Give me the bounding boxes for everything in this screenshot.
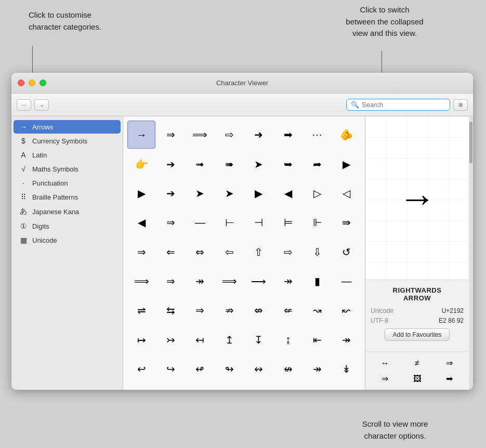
- char-cell[interactable]: ⊢: [215, 208, 243, 236]
- char-cell[interactable]: ➦: [303, 150, 331, 178]
- add-to-favourites-button[interactable]: Add to Favourites: [385, 328, 449, 341]
- char-cell[interactable]: ⟹: [215, 267, 243, 295]
- close-button[interactable]: [18, 80, 24, 86]
- detail-small-char[interactable]: 🖾: [402, 372, 432, 386]
- char-cell[interactable]: ↩: [127, 355, 155, 383]
- char-cell[interactable]: ⊣: [245, 208, 273, 236]
- char-cell[interactable]: ⇒: [127, 238, 155, 266]
- char-cell[interactable]: ⇒: [156, 267, 185, 295]
- detail-small-char[interactable]: ≠: [402, 356, 432, 370]
- char-cell[interactable]: ⇏: [215, 296, 243, 324]
- sidebar-item-braille[interactable]: ⠿Braille Patterns: [14, 190, 121, 204]
- char-cell[interactable]: ➤: [245, 150, 273, 178]
- char-cell[interactable]: ↝: [303, 296, 331, 324]
- char-cell[interactable]: ↦: [127, 326, 155, 354]
- char-cell[interactable]: ⇍: [274, 296, 302, 324]
- ellipsis-button[interactable]: ···: [17, 99, 31, 111]
- char-cell[interactable]: ⇔: [186, 238, 214, 266]
- char-cell[interactable]: ⇒: [186, 296, 214, 324]
- char-cell[interactable]: ⇒: [156, 208, 185, 236]
- char-cell[interactable]: ➔: [156, 150, 185, 178]
- char-cell[interactable]: ⇛: [333, 208, 361, 236]
- char-cell[interactable]: ➤: [186, 179, 214, 207]
- char-cell[interactable]: ➠: [215, 150, 243, 178]
- char-cell[interactable]: ➟: [186, 150, 214, 178]
- detail-small-char[interactable]: ⇒: [434, 356, 465, 370]
- char-cell[interactable]: ⇤: [303, 326, 331, 354]
- char-cell[interactable]: ⇆: [156, 296, 185, 324]
- char-cell[interactable]: ▮: [303, 267, 331, 295]
- sidebar-item-latin[interactable]: ALatin: [14, 148, 121, 162]
- char-cell[interactable]: ➔: [156, 179, 185, 207]
- char-cell[interactable]: ↜: [333, 296, 361, 324]
- char-cell[interactable]: ▶: [127, 179, 155, 207]
- char-cell[interactable]: ⟹: [186, 121, 214, 149]
- char-cell[interactable]: ↮: [274, 355, 302, 383]
- char-cell[interactable]: ⇨: [274, 238, 302, 266]
- sidebar-item-digits[interactable]: ①Digits: [14, 219, 121, 233]
- char-cell[interactable]: ↣: [333, 384, 361, 390]
- char-cell[interactable]: ↠: [245, 384, 273, 390]
- char-cell[interactable]: ⋯: [274, 384, 302, 390]
- sidebar-item-maths[interactable]: √Maths Symbols: [14, 162, 121, 176]
- char-cell[interactable]: ⇒: [156, 121, 185, 149]
- minimize-button[interactable]: [29, 80, 35, 86]
- char-cell[interactable]: ▶: [333, 150, 361, 178]
- char-cell[interactable]: ↨: [274, 326, 302, 354]
- char-cell[interactable]: ⊩: [303, 208, 331, 236]
- chevron-button[interactable]: ⌄: [34, 99, 49, 111]
- sidebar-item-unicode[interactable]: ▦Unicode: [14, 233, 121, 247]
- char-cell[interactable]: ◁: [333, 179, 361, 207]
- char-cell[interactable]: ↫: [186, 355, 214, 383]
- detail-small-char[interactable]: ➡: [434, 372, 465, 386]
- char-cell[interactable]: ↤: [186, 326, 214, 354]
- char-cell[interactable]: ▷: [303, 179, 331, 207]
- char-cell[interactable]: ↣: [156, 326, 185, 354]
- char-cell[interactable]: ⟹: [127, 267, 155, 295]
- sidebar-item-arrows[interactable]: →Arrows: [14, 120, 121, 134]
- char-cell[interactable]: ⇌: [127, 296, 155, 324]
- char-cell[interactable]: ⋯: [303, 121, 331, 149]
- detail-small-char[interactable]: ⇒: [370, 372, 400, 386]
- char-cell[interactable]: ↪: [156, 355, 185, 383]
- char-cell[interactable]: ➥: [274, 150, 302, 178]
- char-cell[interactable]: →: [186, 384, 214, 390]
- char-cell[interactable]: ⇎: [245, 296, 273, 324]
- char-cell[interactable]: ◀: [274, 179, 302, 207]
- char-cell[interactable]: ↬: [215, 355, 243, 383]
- char-cell[interactable]: ⇐: [156, 238, 185, 266]
- char-cell[interactable]: ⇧: [245, 238, 273, 266]
- char-cell[interactable]: ◀: [127, 208, 155, 236]
- sidebar-item-japanese[interactable]: あJapanese Kana: [14, 204, 121, 219]
- sidebar-item-currency[interactable]: $Currency Symbols: [14, 134, 121, 148]
- scrollbar[interactable]: [469, 116, 473, 390]
- char-cell[interactable]: ↡: [333, 355, 361, 383]
- char-cell[interactable]: 👉: [127, 150, 155, 178]
- char-cell[interactable]: →: [127, 121, 155, 149]
- char-cell[interactable]: ↠: [156, 384, 185, 390]
- scrollbar-thumb[interactable]: [469, 122, 472, 163]
- char-cell[interactable]: ➡: [274, 121, 302, 149]
- char-cell[interactable]: ↥: [215, 326, 243, 354]
- char-cell[interactable]: →: [215, 384, 243, 390]
- char-cell[interactable]: ↠: [333, 326, 361, 354]
- char-cell[interactable]: ➜: [245, 121, 273, 149]
- detail-small-char[interactable]: ↔: [370, 356, 400, 370]
- char-cell[interactable]: 🫵: [333, 121, 361, 149]
- char-cell[interactable]: ↠: [127, 384, 155, 390]
- char-cell[interactable]: ▶: [245, 179, 273, 207]
- char-cell[interactable]: ↭: [245, 355, 273, 383]
- sidebar-item-punctuation[interactable]: ·Punctuation: [14, 176, 121, 190]
- char-cell[interactable]: ↠: [274, 267, 302, 295]
- char-cell[interactable]: ⇦: [215, 238, 243, 266]
- maximize-button[interactable]: [40, 80, 46, 86]
- char-cell[interactable]: ⟶: [245, 267, 273, 295]
- char-cell[interactable]: ⊨: [274, 208, 302, 236]
- search-input[interactable]: [362, 101, 445, 109]
- char-cell[interactable]: ↺: [333, 238, 361, 266]
- char-cell[interactable]: ↠: [303, 384, 331, 390]
- char-cell[interactable]: —: [333, 267, 361, 295]
- char-cell[interactable]: ↠: [303, 355, 331, 383]
- char-cell[interactable]: ↧: [245, 326, 273, 354]
- char-cell[interactable]: ⇨: [215, 121, 243, 149]
